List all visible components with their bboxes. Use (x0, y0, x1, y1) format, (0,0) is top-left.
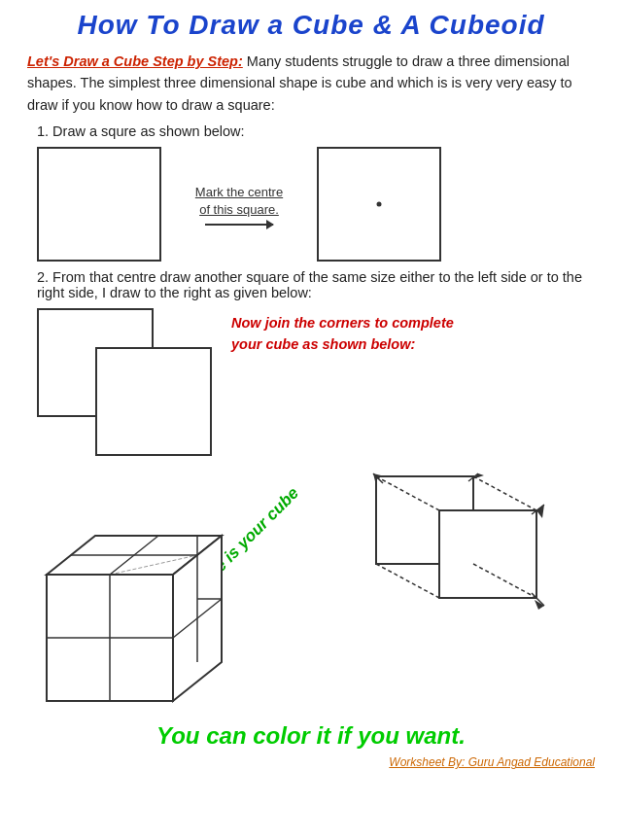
intermediate-cube-svg (371, 472, 566, 617)
intro-paragraph: Let's Draw a Cube Step by Step: Many stu… (27, 51, 595, 116)
mark-centre-label: Mark the centreof this square. (195, 184, 283, 219)
color-note: You can color it if you want. (27, 722, 595, 750)
svg-line-14 (376, 564, 439, 598)
svg-marker-8 (536, 505, 544, 518)
step1-right-square (317, 147, 441, 262)
final-cube-svg (37, 497, 260, 711)
step1-section: 1. Draw a squre as shown below: Mark the… (27, 123, 595, 262)
final-cube-wrap (37, 497, 260, 715)
step1-left-square (37, 147, 161, 262)
main-title: How To Draw a Cube & A Cubeoid (27, 10, 595, 41)
step2-content: Now join the corners to complete your cu… (37, 308, 595, 464)
step2-red-note: Now join the corners to complete your cu… (231, 308, 455, 356)
step2-heading: 2. From that centre draw another square … (37, 269, 595, 300)
svg-rect-1 (439, 510, 536, 598)
step1-row: Mark the centreof this square. (37, 147, 595, 262)
intro-label: Let's Draw a Cube Step by Step: (27, 53, 243, 69)
svg-line-12 (473, 476, 536, 510)
horizontal-arrow (205, 224, 273, 226)
step1-heading: 1. Draw a squre as shown below: (37, 123, 595, 139)
front-square (95, 347, 212, 456)
centre-dot (377, 202, 382, 207)
footer: Worksheet By: Guru Angad Educational (27, 755, 595, 769)
intermediate-cube (371, 472, 566, 608)
svg-line-11 (376, 476, 439, 510)
page: How To Draw a Cube & A Cubeoid Let's Dra… (0, 0, 622, 840)
overlapping-squares (37, 308, 222, 464)
step1-arrow-area: Mark the centreof this square. (161, 184, 317, 225)
cube-area: Here is your cube (27, 472, 595, 715)
step1-arrow-line (205, 224, 273, 226)
step2-section: 2. From that centre draw another square … (27, 269, 595, 464)
footer-text: Worksheet By: Guru Angad Educational (389, 755, 595, 769)
